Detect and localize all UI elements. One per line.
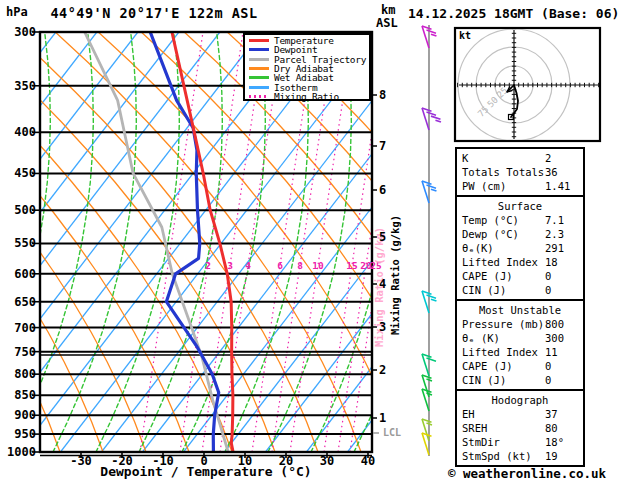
table-section-header: Surface	[457, 199, 583, 213]
table-row-label: θₑ (K)	[462, 331, 545, 345]
table-row-label: CIN (J)	[462, 373, 545, 387]
table-row-value: 19	[545, 449, 581, 463]
table-row: SREH80	[457, 421, 583, 435]
temperature-tick-label: -10	[143, 454, 183, 468]
table-row-label: CAPE (J)	[462, 359, 545, 373]
mixing-ratio-axis-label: Mixing Ratio (g/kg)	[389, 215, 401, 335]
mixing-ratio-value-label: 10	[307, 260, 329, 271]
km-tick-label: 6	[379, 183, 386, 197]
table-section: K2Totals Totals36PW (cm)1.41	[455, 147, 585, 197]
datetime-title: 14.12.2025 18GMT (Base: 06)	[408, 6, 619, 21]
pressure-tick-label: 350	[4, 79, 36, 93]
table-row-label: EH	[462, 407, 545, 421]
table-row: Dewp (°C)2.3	[457, 227, 583, 241]
table-row-value: 800	[545, 317, 581, 331]
km-tick-label: 4	[379, 277, 386, 291]
copyright-credit: © weatheronline.co.uk	[446, 466, 608, 481]
skewt-sounding-chart: 255075 hPa 44°49'N 20°17'E 122m ASL km A…	[0, 0, 629, 486]
table-row-value: 37	[545, 407, 581, 421]
table-section-header: Hodograph	[457, 393, 583, 407]
table-row-value: 36	[545, 165, 581, 179]
mixing-ratio-value-label: 6	[269, 260, 291, 271]
table-row-value: 2.3	[545, 227, 581, 241]
temperature-tick-label: -20	[102, 454, 142, 468]
table-row-value: 0	[545, 269, 581, 283]
legend-item: Mixing Ratio	[249, 92, 369, 101]
table-row: PW (cm)1.41	[457, 179, 583, 193]
table-row-label: CIN (J)	[462, 283, 545, 297]
table-row: CAPE (J)0	[457, 269, 583, 283]
wind-barb-column	[422, 25, 441, 456]
pressure-tick-label: 1000	[4, 445, 36, 459]
table-row-value: 0	[545, 373, 581, 387]
table-row: Lifted Index18	[457, 255, 583, 269]
km-tick-label: 8	[379, 88, 386, 102]
pressure-tick-label: 750	[4, 345, 36, 359]
table-section: Most UnstablePressure (mb)800θₑ (K)300Li…	[455, 299, 585, 391]
table-row-label: K	[462, 151, 545, 165]
km-tick-label: 1	[379, 411, 386, 425]
legend-item-label: Mixing Ratio	[274, 92, 339, 101]
table-row-value: 0	[545, 283, 581, 297]
table-row-value: 80	[545, 421, 581, 435]
pressure-tick-label: 450	[4, 166, 36, 180]
pressure-tick-label: 500	[4, 203, 36, 217]
legend-line-sample	[249, 86, 269, 89]
pressure-tick-label: 550	[4, 236, 36, 250]
lcl-marker-label: LCL	[383, 427, 401, 438]
pressure-tick-label: 950	[4, 427, 36, 441]
legend: TemperatureDewpointParcel TrajectoryDry …	[243, 33, 371, 101]
table-row: CAPE (J)0	[457, 359, 583, 373]
table-row-value: 11	[545, 345, 581, 359]
table-row-label: StmSpd (kt)	[462, 449, 545, 463]
temperature-tick-label: -30	[61, 454, 101, 468]
table-row-label: Lifted Index	[462, 255, 545, 269]
table-row: Lifted Index11	[457, 345, 583, 359]
table-row-label: Dewp (°C)	[462, 227, 545, 241]
table-section: SurfaceTemp (°C)7.1Dewp (°C)2.3θₑ(K)291L…	[455, 195, 585, 301]
legend-line-sample	[249, 76, 269, 79]
sounding-curves	[85, 32, 234, 452]
temperature-tick-label: 20	[266, 454, 306, 468]
table-row-value: 1.41	[545, 179, 581, 193]
km-tick-label: 3	[379, 320, 386, 334]
table-row-label: Temp (°C)	[462, 213, 545, 227]
table-row-value: 18°	[545, 435, 581, 449]
indices-table: K2Totals Totals36PW (cm)1.41SurfaceTemp …	[455, 149, 585, 467]
km-tick-label: 7	[379, 139, 386, 153]
wet-adiabat-lines	[0, 32, 480, 452]
table-row: CIN (J)0	[457, 373, 583, 387]
pressure-tick-label: 600	[4, 267, 36, 281]
table-row-value: 2	[545, 151, 581, 165]
legend-line-sample	[249, 39, 269, 42]
table-section-header: Most Unstable	[457, 303, 583, 317]
table-row-label: CAPE (J)	[462, 269, 545, 283]
temperature-tick-label: 30	[307, 454, 347, 468]
km-tick-label: 2	[379, 363, 386, 377]
table-row: Pressure (mb)800	[457, 317, 583, 331]
table-row: EH37	[457, 407, 583, 421]
station-title: 44°49'N 20°17'E 122m ASL	[40, 5, 268, 21]
mixing-ratio-value-label: 2	[197, 260, 219, 271]
altitude-axis-unit: km	[381, 3, 395, 17]
legend-line-sample	[249, 48, 269, 51]
table-row: StmDir18°	[457, 435, 583, 449]
table-row-value: 0	[545, 359, 581, 373]
temperature-tick-label: 0	[184, 454, 224, 468]
table-row: StmSpd (kt)19	[457, 449, 583, 463]
legend-line-sample	[249, 67, 269, 70]
pressure-tick-label: 650	[4, 295, 36, 309]
table-row: CIN (J)0	[457, 283, 583, 297]
table-row-label: Lifted Index	[462, 345, 545, 359]
legend-line-sample	[249, 95, 269, 98]
table-row: Totals Totals36	[457, 165, 583, 179]
pressure-tick-label: 700	[4, 321, 36, 335]
temperature-tick-label: 40	[348, 454, 388, 468]
pressure-tick-label: 900	[4, 408, 36, 422]
altitude-axis-ref: ASL	[376, 16, 398, 30]
table-row-value: 300	[545, 331, 581, 345]
table-row-label: Pressure (mb)	[462, 317, 545, 331]
mixing-ratio-value-label: 4	[237, 260, 259, 271]
pressure-tick-label: 800	[4, 367, 36, 381]
table-section: HodographEH37SREH80StmDir18°StmSpd (kt)1…	[455, 389, 585, 467]
